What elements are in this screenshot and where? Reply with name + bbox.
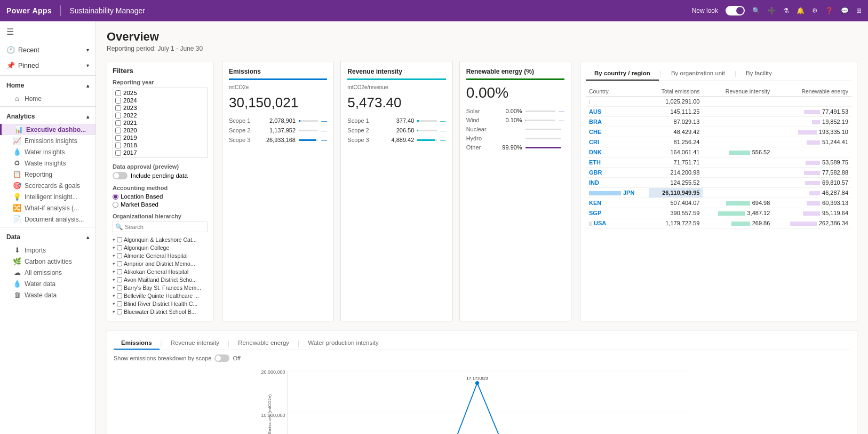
sidebar-item-intelligent[interactable]: 💡 Intelligent insight... (0, 191, 95, 202)
sidebar-section-data[interactable]: Data ▴ (0, 230, 95, 244)
radio-location[interactable]: Location Based (113, 193, 208, 200)
sidebar-item-pinned[interactable]: 📌 Pinned ▾ (0, 58, 95, 73)
sidebar-item-water-data[interactable]: 💧 Water data (0, 278, 95, 289)
country-cell[interactable] (586, 97, 649, 107)
search-icon[interactable]: 🔍 (752, 7, 760, 14)
sidebar-section-home[interactable]: Home ▴ (0, 78, 95, 93)
country-cell[interactable]: CHE (586, 127, 649, 137)
org-checkbox[interactable] (117, 285, 122, 290)
hamburger-button[interactable]: ☰ (0, 21, 95, 42)
sidebar-item-carbon-activities[interactable]: 🌿 Carbon activities (0, 256, 95, 267)
year-item[interactable]: 2017 (115, 149, 205, 156)
sidebar-item-label: Home (25, 95, 42, 102)
search-input[interactable] (125, 224, 205, 230)
bell-icon[interactable]: 🔔 (797, 7, 805, 14)
pending-data-toggle[interactable] (113, 172, 128, 179)
org-checkbox[interactable] (117, 293, 122, 298)
chat-icon[interactable]: 💬 (841, 7, 849, 14)
country-cell[interactable]: GBR (586, 168, 649, 178)
org-item[interactable]: ▾Avon Maitland District Scho... (113, 275, 208, 283)
year-checkbox[interactable] (115, 135, 121, 141)
country-cell[interactable]: CRI (586, 137, 649, 147)
org-item[interactable]: ▾Atikokan General Hospital (113, 267, 208, 275)
org-search-box[interactable]: 🔍 (113, 222, 208, 232)
add-icon[interactable]: ➕ (768, 7, 776, 14)
grid-icon[interactable]: ⊞ (856, 7, 862, 14)
year-checkbox[interactable] (115, 90, 121, 96)
org-item[interactable]: ▾Bluewater District School B... (113, 307, 208, 315)
org-item[interactable]: ▾Almonte General Hospital (113, 251, 208, 259)
country-cell[interactable]: BRA (586, 117, 649, 127)
year-item[interactable]: 2018 (115, 141, 205, 149)
org-item[interactable]: ▾Blind River District Health C... (113, 299, 208, 307)
sidebar-item-executive-dashboard[interactable]: 📊 Executive dashbo... (0, 124, 95, 135)
help-icon[interactable]: ❓ (825, 7, 833, 14)
country-cell[interactable]: IND (586, 178, 649, 188)
org-checkbox[interactable] (117, 277, 122, 282)
sidebar-item-waste-insights[interactable]: ♻ Waste insights (0, 157, 95, 169)
filter-icon[interactable]: ⚗ (783, 7, 789, 14)
year-checkbox[interactable] (115, 150, 121, 156)
gear-icon[interactable]: ⚙ (812, 7, 818, 14)
org-item[interactable]: ▾Belleville Quinte Healthcare ... (113, 291, 208, 299)
sidebar-item-document[interactable]: 📄 Document analysis... (0, 214, 95, 225)
country-cell[interactable]: ETH (586, 157, 649, 168)
country-cell[interactable]: KEN (586, 198, 649, 208)
org-checkbox[interactable] (117, 301, 122, 306)
org-item[interactable]: ▾Barry's Bay St. Frances Mem... (113, 283, 208, 291)
chart-tab-renewable[interactable]: Renewable energy (230, 337, 297, 350)
org-checkbox[interactable] (117, 253, 122, 258)
org-checkbox[interactable] (117, 309, 122, 314)
hydro-row: Hydro (466, 135, 564, 141)
country-cell[interactable]: AUS (586, 107, 649, 117)
scope-breakdown-toggle[interactable] (214, 354, 229, 362)
sidebar-item-emissions-insights[interactable]: 📈 Emissions insights (0, 135, 95, 146)
sidebar-item-scorecards[interactable]: 🎯 Scorecards & goals (0, 180, 95, 191)
tab-by-country[interactable]: By country / region (586, 67, 659, 81)
year-item[interactable]: 2023 (115, 104, 205, 112)
sidebar-item-home[interactable]: ⌂ Home (0, 93, 95, 104)
tab-by-facility[interactable]: By facility (737, 67, 781, 81)
year-checkbox[interactable] (115, 120, 121, 126)
tab-by-org-unit[interactable]: By organization unit (663, 67, 734, 81)
sidebar-item-recent[interactable]: 🕐 Recent ▾ (0, 42, 95, 58)
org-checkbox[interactable] (117, 261, 122, 266)
sidebar-section-analytics[interactable]: Analytics ▴ (0, 109, 95, 124)
chart-tab-revenue[interactable]: Revenue intensity (163, 337, 227, 350)
org-checkbox[interactable] (117, 245, 122, 250)
year-checkbox[interactable] (115, 105, 121, 111)
org-item[interactable]: ▾Arnprior and District Memo... (113, 259, 208, 267)
year-item[interactable]: 2022 (115, 112, 205, 119)
sidebar-item-all-emissions[interactable]: ☁ All emissions (0, 267, 95, 278)
new-look-toggle[interactable] (726, 6, 745, 15)
year-checkbox[interactable] (115, 98, 121, 104)
year-item[interactable]: 2020 (115, 127, 205, 134)
year-checkbox[interactable] (115, 113, 121, 119)
org-item[interactable]: ▾Algonquin & Lakeshore Cat... (113, 235, 208, 243)
sidebar-item-reporting[interactable]: 📋 Reporting (0, 169, 95, 180)
chart-tab-emissions[interactable]: Emissions (114, 337, 160, 350)
radio-location-input[interactable] (113, 194, 118, 200)
year-item[interactable]: 2019 (115, 134, 205, 141)
org-checkbox[interactable] (117, 237, 122, 242)
year-item[interactable]: 2024 (115, 97, 205, 104)
total-emissions-cell: 87,029.13 (649, 117, 703, 127)
sidebar-item-what-if[interactable]: 🔀 What-if analysis (... (0, 202, 95, 214)
chart-tab-water[interactable]: Water production intensity (300, 337, 386, 350)
year-checkbox[interactable] (115, 128, 121, 133)
org-item[interactable]: ▾Algonquin College (113, 243, 208, 251)
year-item[interactable]: 2025 (115, 89, 205, 97)
sidebar-item-water-insights[interactable]: 💧 Water insights (0, 146, 95, 157)
scope3-bar (417, 139, 436, 141)
year-item[interactable]: 2021 (115, 119, 205, 127)
country-cell[interactable]: JPN (586, 188, 649, 198)
sidebar-item-waste-data[interactable]: 🗑 Waste data (0, 289, 95, 301)
country-cell[interactable]: SGP (586, 208, 649, 218)
country-cell[interactable]: DNK (586, 147, 649, 157)
sidebar-item-imports[interactable]: ⬇ Imports (0, 244, 95, 256)
year-checkbox[interactable] (115, 143, 121, 148)
radio-market-input[interactable] (113, 202, 118, 208)
country-cell[interactable]: USA (586, 218, 649, 228)
radio-market[interactable]: Market Based (113, 201, 208, 208)
org-checkbox[interactable] (117, 269, 122, 274)
